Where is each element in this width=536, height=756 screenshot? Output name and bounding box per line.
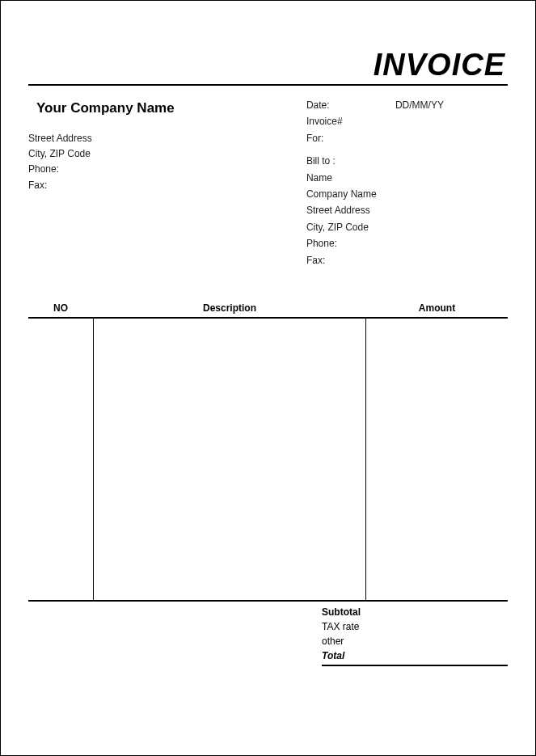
company-city-zip: City, ZIP Code (28, 146, 306, 162)
column-header-amount: Amount (366, 299, 508, 317)
bill-to-city-zip: City, ZIP Code (306, 219, 508, 235)
subtotal-label: Subtotal (322, 605, 508, 619)
bill-to-fax-label: Fax: (306, 252, 508, 268)
line-items-table: NO Description Amount (28, 299, 508, 602)
table-divider-2 (365, 319, 366, 600)
company-phone-label: Phone: (28, 162, 306, 177)
for-label: For: (306, 130, 395, 146)
company-name: Your Company Name (28, 97, 306, 116)
title-rule (28, 84, 508, 86)
table-footer-rule (28, 600, 508, 602)
column-header-description: Description (93, 299, 366, 317)
date-label: Date: (306, 97, 395, 113)
bill-to-street: Street Address (306, 202, 508, 218)
other-label: other (322, 634, 508, 648)
bill-to-heading: Bill to : (306, 153, 508, 169)
totals-rule (322, 665, 508, 666)
table-body (28, 319, 508, 600)
invoice-number-label: Invoice# (306, 113, 395, 129)
tax-rate-label: TAX rate (322, 619, 508, 634)
bill-to-phone-label: Phone: (306, 235, 508, 251)
bill-to-name: Name (306, 170, 508, 186)
bill-to-company: Company Name (306, 186, 508, 202)
table-divider-1 (93, 319, 94, 600)
invoice-title: INVOICE (28, 25, 508, 84)
company-street: Street Address (28, 131, 306, 146)
column-header-no: NO (28, 299, 93, 317)
date-value: DD/MM/YY (395, 97, 444, 113)
company-fax-label: Fax: (28, 178, 306, 193)
total-label: Total (322, 648, 508, 663)
